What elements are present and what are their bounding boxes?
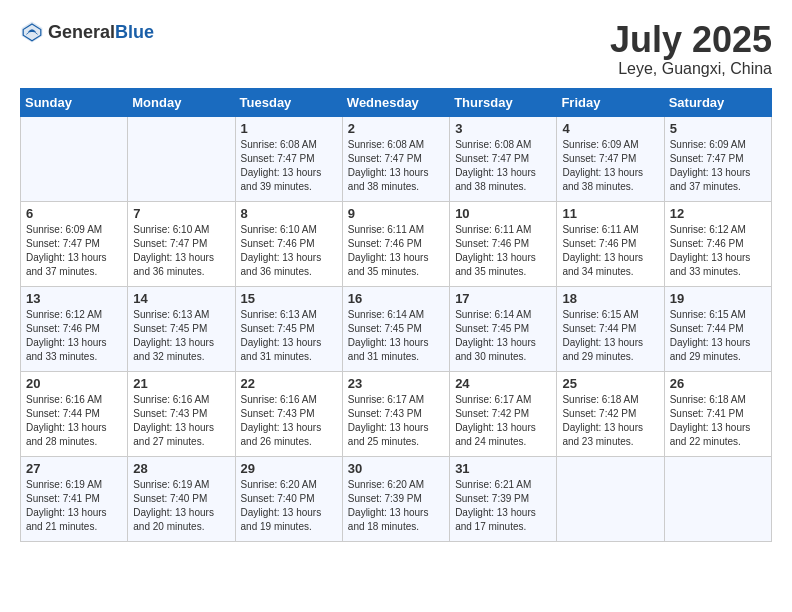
day-info: Sunrise: 6:08 AM Sunset: 7:47 PM Dayligh… [241, 138, 337, 194]
calendar-cell: 5Sunrise: 6:09 AM Sunset: 7:47 PM Daylig… [664, 116, 771, 201]
weekday-wednesday: Wednesday [342, 88, 449, 116]
calendar-cell: 7Sunrise: 6:10 AM Sunset: 7:47 PM Daylig… [128, 201, 235, 286]
day-number: 6 [26, 206, 122, 221]
calendar-cell: 24Sunrise: 6:17 AM Sunset: 7:42 PM Dayli… [450, 371, 557, 456]
page-header: GeneralBlue July 2025 Leye, Guangxi, Chi… [20, 20, 772, 78]
day-number: 3 [455, 121, 551, 136]
calendar-cell [128, 116, 235, 201]
day-number: 2 [348, 121, 444, 136]
calendar-week-4: 20Sunrise: 6:16 AM Sunset: 7:44 PM Dayli… [21, 371, 772, 456]
title-block: July 2025 Leye, Guangxi, China [610, 20, 772, 78]
day-number: 18 [562, 291, 658, 306]
day-number: 22 [241, 376, 337, 391]
day-info: Sunrise: 6:13 AM Sunset: 7:45 PM Dayligh… [241, 308, 337, 364]
calendar-cell: 14Sunrise: 6:13 AM Sunset: 7:45 PM Dayli… [128, 286, 235, 371]
day-info: Sunrise: 6:11 AM Sunset: 7:46 PM Dayligh… [348, 223, 444, 279]
day-info: Sunrise: 6:10 AM Sunset: 7:46 PM Dayligh… [241, 223, 337, 279]
calendar-cell: 4Sunrise: 6:09 AM Sunset: 7:47 PM Daylig… [557, 116, 664, 201]
day-number: 14 [133, 291, 229, 306]
weekday-header-row: SundayMondayTuesdayWednesdayThursdayFrid… [21, 88, 772, 116]
weekday-sunday: Sunday [21, 88, 128, 116]
calendar-cell: 25Sunrise: 6:18 AM Sunset: 7:42 PM Dayli… [557, 371, 664, 456]
day-number: 11 [562, 206, 658, 221]
day-info: Sunrise: 6:15 AM Sunset: 7:44 PM Dayligh… [562, 308, 658, 364]
calendar-cell: 6Sunrise: 6:09 AM Sunset: 7:47 PM Daylig… [21, 201, 128, 286]
calendar-cell: 26Sunrise: 6:18 AM Sunset: 7:41 PM Dayli… [664, 371, 771, 456]
calendar-cell: 27Sunrise: 6:19 AM Sunset: 7:41 PM Dayli… [21, 456, 128, 541]
day-number: 24 [455, 376, 551, 391]
day-number: 31 [455, 461, 551, 476]
calendar-cell [664, 456, 771, 541]
day-number: 17 [455, 291, 551, 306]
calendar-cell: 12Sunrise: 6:12 AM Sunset: 7:46 PM Dayli… [664, 201, 771, 286]
day-number: 13 [26, 291, 122, 306]
calendar-cell: 10Sunrise: 6:11 AM Sunset: 7:46 PM Dayli… [450, 201, 557, 286]
calendar-cell: 19Sunrise: 6:15 AM Sunset: 7:44 PM Dayli… [664, 286, 771, 371]
day-number: 23 [348, 376, 444, 391]
day-number: 1 [241, 121, 337, 136]
weekday-tuesday: Tuesday [235, 88, 342, 116]
day-number: 28 [133, 461, 229, 476]
day-info: Sunrise: 6:10 AM Sunset: 7:47 PM Dayligh… [133, 223, 229, 279]
day-info: Sunrise: 6:09 AM Sunset: 7:47 PM Dayligh… [26, 223, 122, 279]
day-info: Sunrise: 6:14 AM Sunset: 7:45 PM Dayligh… [455, 308, 551, 364]
day-info: Sunrise: 6:17 AM Sunset: 7:43 PM Dayligh… [348, 393, 444, 449]
calendar-cell: 17Sunrise: 6:14 AM Sunset: 7:45 PM Dayli… [450, 286, 557, 371]
day-number: 30 [348, 461, 444, 476]
day-number: 27 [26, 461, 122, 476]
day-info: Sunrise: 6:19 AM Sunset: 7:41 PM Dayligh… [26, 478, 122, 534]
calendar-cell: 1Sunrise: 6:08 AM Sunset: 7:47 PM Daylig… [235, 116, 342, 201]
day-number: 20 [26, 376, 122, 391]
day-number: 21 [133, 376, 229, 391]
day-number: 29 [241, 461, 337, 476]
day-number: 9 [348, 206, 444, 221]
day-info: Sunrise: 6:18 AM Sunset: 7:41 PM Dayligh… [670, 393, 766, 449]
logo-icon [20, 20, 44, 44]
calendar-cell: 9Sunrise: 6:11 AM Sunset: 7:46 PM Daylig… [342, 201, 449, 286]
logo-general: General [48, 22, 115, 42]
location-title: Leye, Guangxi, China [610, 60, 772, 78]
day-info: Sunrise: 6:12 AM Sunset: 7:46 PM Dayligh… [26, 308, 122, 364]
calendar-cell: 30Sunrise: 6:20 AM Sunset: 7:39 PM Dayli… [342, 456, 449, 541]
calendar-cell: 13Sunrise: 6:12 AM Sunset: 7:46 PM Dayli… [21, 286, 128, 371]
day-number: 5 [670, 121, 766, 136]
day-info: Sunrise: 6:09 AM Sunset: 7:47 PM Dayligh… [670, 138, 766, 194]
day-info: Sunrise: 6:19 AM Sunset: 7:40 PM Dayligh… [133, 478, 229, 534]
logo: GeneralBlue [20, 20, 154, 44]
day-number: 7 [133, 206, 229, 221]
day-info: Sunrise: 6:20 AM Sunset: 7:39 PM Dayligh… [348, 478, 444, 534]
calendar-cell: 18Sunrise: 6:15 AM Sunset: 7:44 PM Dayli… [557, 286, 664, 371]
calendar-cell: 20Sunrise: 6:16 AM Sunset: 7:44 PM Dayli… [21, 371, 128, 456]
calendar-week-3: 13Sunrise: 6:12 AM Sunset: 7:46 PM Dayli… [21, 286, 772, 371]
weekday-friday: Friday [557, 88, 664, 116]
day-number: 15 [241, 291, 337, 306]
day-number: 16 [348, 291, 444, 306]
day-info: Sunrise: 6:13 AM Sunset: 7:45 PM Dayligh… [133, 308, 229, 364]
calendar-week-5: 27Sunrise: 6:19 AM Sunset: 7:41 PM Dayli… [21, 456, 772, 541]
day-info: Sunrise: 6:18 AM Sunset: 7:42 PM Dayligh… [562, 393, 658, 449]
calendar-cell: 8Sunrise: 6:10 AM Sunset: 7:46 PM Daylig… [235, 201, 342, 286]
day-info: Sunrise: 6:08 AM Sunset: 7:47 PM Dayligh… [348, 138, 444, 194]
day-info: Sunrise: 6:11 AM Sunset: 7:46 PM Dayligh… [455, 223, 551, 279]
day-info: Sunrise: 6:12 AM Sunset: 7:46 PM Dayligh… [670, 223, 766, 279]
day-number: 4 [562, 121, 658, 136]
day-info: Sunrise: 6:17 AM Sunset: 7:42 PM Dayligh… [455, 393, 551, 449]
day-info: Sunrise: 6:20 AM Sunset: 7:40 PM Dayligh… [241, 478, 337, 534]
calendar-cell: 21Sunrise: 6:16 AM Sunset: 7:43 PM Dayli… [128, 371, 235, 456]
day-info: Sunrise: 6:08 AM Sunset: 7:47 PM Dayligh… [455, 138, 551, 194]
day-info: Sunrise: 6:21 AM Sunset: 7:39 PM Dayligh… [455, 478, 551, 534]
weekday-saturday: Saturday [664, 88, 771, 116]
day-number: 19 [670, 291, 766, 306]
calendar-cell: 23Sunrise: 6:17 AM Sunset: 7:43 PM Dayli… [342, 371, 449, 456]
day-number: 8 [241, 206, 337, 221]
day-info: Sunrise: 6:16 AM Sunset: 7:44 PM Dayligh… [26, 393, 122, 449]
logo-blue: Blue [115, 22, 154, 42]
calendar-cell: 3Sunrise: 6:08 AM Sunset: 7:47 PM Daylig… [450, 116, 557, 201]
day-number: 10 [455, 206, 551, 221]
calendar-table: SundayMondayTuesdayWednesdayThursdayFrid… [20, 88, 772, 542]
calendar-week-2: 6Sunrise: 6:09 AM Sunset: 7:47 PM Daylig… [21, 201, 772, 286]
calendar-cell: 28Sunrise: 6:19 AM Sunset: 7:40 PM Dayli… [128, 456, 235, 541]
month-title: July 2025 [610, 20, 772, 60]
calendar-cell: 11Sunrise: 6:11 AM Sunset: 7:46 PM Dayli… [557, 201, 664, 286]
day-info: Sunrise: 6:15 AM Sunset: 7:44 PM Dayligh… [670, 308, 766, 364]
